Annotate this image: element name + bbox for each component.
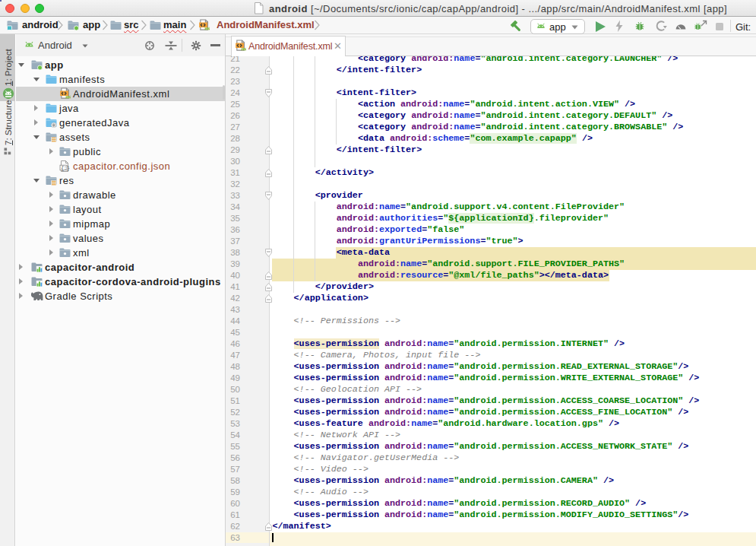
svg-text:{:}: {:} — [61, 165, 70, 170]
